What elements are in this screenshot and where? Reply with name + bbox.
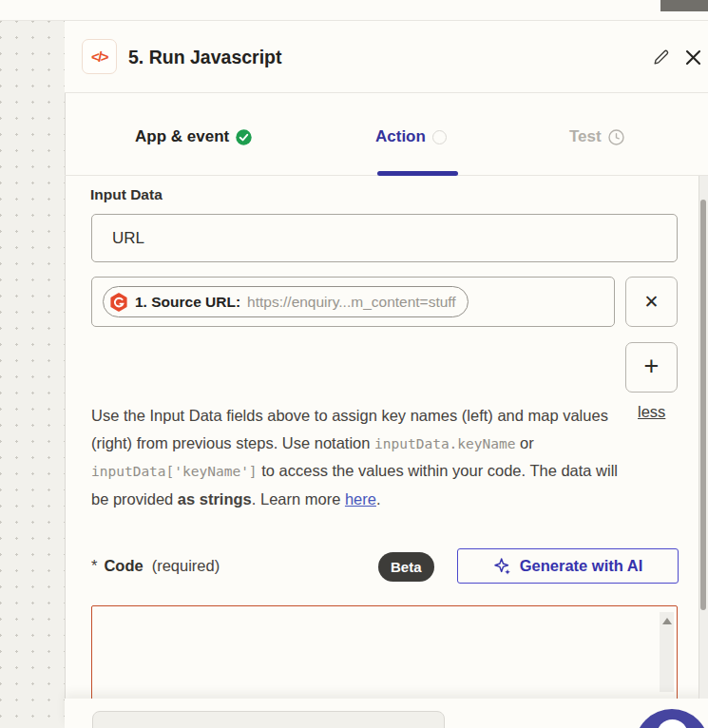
code-editor-textarea[interactable]: [91, 605, 678, 704]
panel-scrollbar-thumb[interactable]: [700, 200, 706, 610]
help-text-5: .: [376, 490, 381, 508]
code-brackets-icon: </>: [91, 48, 107, 65]
empty-status-circle-icon: [432, 130, 447, 144]
required-note: (required): [152, 557, 220, 574]
help-code-inputdata-bracket: inputData['keyName']: [91, 464, 258, 479]
show-less-link[interactable]: less: [638, 403, 665, 421]
input-data-key-field[interactable]: [91, 214, 678, 262]
close-panel-button[interactable]: [682, 47, 703, 67]
learn-more-here-link[interactable]: here: [345, 490, 376, 508]
code-editor-scrollbar[interactable]: [660, 612, 674, 692]
code-field-label: *Code(required): [91, 557, 220, 575]
check-circle-icon: [236, 129, 252, 145]
tab-test[interactable]: Test: [569, 125, 624, 149]
mapped-field-step-label: 1. Source URL:: [135, 294, 240, 311]
help-as-strings-bold: as strings: [178, 490, 252, 508]
pending-clock-icon: [608, 129, 624, 145]
code-app-icon: </>: [82, 39, 117, 74]
help-text-4: . Learn more: [252, 490, 345, 508]
scroll-up-arrow-icon[interactable]: [662, 618, 672, 624]
tab-action-label: Action: [375, 127, 426, 146]
collapsed-footer-button[interactable]: [92, 711, 445, 728]
editor-dot-canvas: [0, 21, 65, 728]
tab-app-and-event[interactable]: App & event: [135, 125, 252, 149]
input-data-help-text: Use the Input Data fields above to assig…: [91, 402, 626, 512]
beta-badge: Beta: [378, 552, 434, 582]
edit-title-button[interactable]: [650, 47, 671, 67]
input-data-value-field[interactable]: 1. Source URL: https://enquiry...m_conte…: [91, 277, 615, 327]
close-icon: [685, 49, 701, 66]
help-code-inputdata-dot: inputData.keyName: [374, 436, 515, 451]
source-app-icon: [109, 293, 128, 312]
tab-test-label: Test: [569, 127, 602, 146]
step-title: 5. Run Javascript: [128, 46, 281, 68]
mapped-field-pill[interactable]: 1. Source URL: https://enquiry...m_conte…: [103, 286, 469, 317]
mapped-field-value-preview: https://enquiry...m_content=stuff: [247, 294, 456, 311]
help-text-2: or: [515, 434, 533, 451]
ai-sparkle-icon: [493, 557, 511, 575]
active-tab-underline: [377, 171, 458, 176]
generate-with-ai-button[interactable]: Generate with AI: [457, 548, 679, 584]
required-asterisk: *: [91, 557, 97, 574]
tab-action[interactable]: Action: [375, 125, 447, 149]
partial-toolbar-fragment: [660, 0, 708, 11]
zap-step-editor-panel: </> 5. Run Javascript App & event Action: [0, 0, 708, 728]
tab-app-and-event-label: App & event: [135, 127, 229, 146]
code-label-word: Code: [104, 557, 143, 574]
add-row-button[interactable]: +: [625, 342, 678, 393]
chat-bubble-face-icon: [657, 719, 688, 728]
pencil-icon: [652, 48, 670, 67]
generate-with-ai-label: Generate with AI: [520, 557, 643, 575]
top-strip: [0, 0, 708, 21]
remove-row-button[interactable]: ✕: [625, 277, 678, 327]
input-data-label: Input Data: [90, 186, 163, 203]
